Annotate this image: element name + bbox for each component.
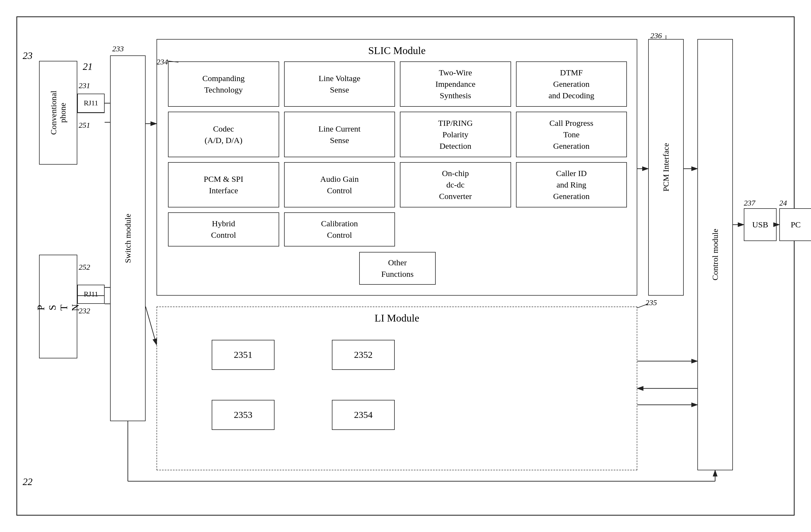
label-236: 236 [651, 31, 662, 40]
rj11-1: RJ11 [77, 94, 105, 113]
label-251: 251 [79, 121, 90, 130]
pcm-interface-label: PCM Interface [661, 143, 671, 191]
label-237: 237 [744, 199, 755, 207]
slic-pcm-spi: PCM & SPIInterface [168, 162, 279, 207]
usb-box: USB [744, 208, 777, 241]
label-23: 23 [23, 50, 32, 61]
rj11-1-label: RJ11 [84, 99, 98, 107]
slic-line-current: Line CurrentSense [284, 112, 395, 157]
control-module-label: Control module [710, 229, 720, 280]
label-24: 24 [779, 199, 787, 207]
slic-call-progress: Call ProgressToneGeneration [516, 112, 627, 157]
svg-line-9 [146, 307, 156, 345]
slic-companding: CompandingTechnology [168, 61, 279, 107]
main-diagram: 23 22 Conventional phone 21 RJ11 231 251… [16, 16, 795, 516]
li-module: LI Module 2351 2352 2353 2354 [156, 307, 637, 470]
slic-on-chip: On-chipdc-dcConverter [400, 162, 511, 207]
slic-module: SLIC Module CompandingTechnology Line Vo… [156, 39, 637, 296]
pstn-box: PSTN [39, 255, 77, 358]
slic-codec: Codec(A/D, D/A) [168, 112, 279, 157]
switch-module-label: Switch module [123, 214, 133, 263]
pc-box: PC [779, 208, 811, 241]
li-2351: 2351 [212, 340, 275, 370]
other-functions-row: OtherFunctions [168, 251, 627, 285]
label-22: 22 [23, 476, 32, 487]
slic-caller-id: Caller IDand RingGeneration [516, 162, 627, 207]
slic-calibration: CalibrationControl [284, 213, 395, 246]
li-2353: 2353 [212, 400, 275, 430]
li-2354: 2354 [332, 400, 395, 430]
rj11-2: RJ11 [77, 285, 105, 304]
slic-title: SLIC Module [157, 45, 637, 57]
slic-grid: CompandingTechnology Line VoltageSense T… [168, 61, 627, 285]
pc-label: PC [791, 220, 801, 229]
label-232: 232 [79, 307, 90, 315]
label-21: 21 [83, 61, 93, 72]
label-233: 233 [112, 45, 124, 53]
slic-other-functions: OtherFunctions [359, 252, 436, 285]
rj11-2-label: RJ11 [84, 290, 98, 298]
slic-dtmf: DTMFGenerationand Decoding [516, 61, 627, 107]
slic-hybrid: HybridControl [168, 213, 279, 246]
slic-line-voltage: Line VoltageSense [284, 61, 395, 107]
pcm-interface: PCM Interface [648, 39, 684, 296]
slic-tip-ring: TIP/RINGPolarityDetection [400, 112, 511, 157]
conventional-phone-box: Conventional phone [39, 61, 77, 165]
label-252: 252 [79, 263, 90, 271]
slic-audio-gain: Audio GainControl [284, 162, 395, 207]
li-module-title: LI Module [157, 312, 637, 324]
label-234: 234 [156, 58, 168, 66]
usb-label: USB [752, 220, 768, 229]
conventional-phone-label: Conventional phone [49, 91, 67, 135]
slic-two-wire: Two-WireImpendanceSynthesis [400, 61, 511, 107]
label-231: 231 [79, 81, 90, 90]
label-235: 235 [645, 298, 657, 307]
control-module: Control module [698, 39, 733, 470]
pstn-label: PSTN [35, 302, 81, 311]
li-2352: 2352 [332, 340, 395, 370]
switch-module: Switch module [110, 56, 146, 421]
